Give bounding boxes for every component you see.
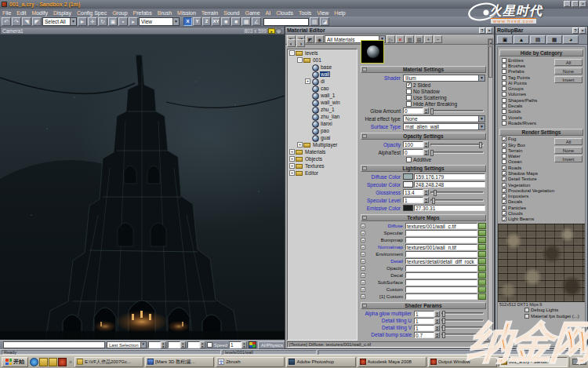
tree-item[interactable]: lianxi (288, 120, 357, 127)
spinner-icon[interactable]: ▴▾ (423, 141, 429, 148)
menu-item[interactable]: Edit (16, 10, 26, 16)
menu-item[interactable]: Game (245, 10, 260, 16)
taskbar-button[interactable]: Output Window (428, 357, 497, 367)
tree-expander[interactable]: - (289, 50, 295, 56)
color-swatch[interactable] (403, 205, 413, 211)
collapse-icon[interactable] (362, 134, 367, 138)
axis-constraint-button[interactable]: Y (193, 17, 201, 26)
menu-item[interactable]: File (2, 10, 11, 16)
expand-icon[interactable]: + (361, 294, 365, 299)
category-action-button[interactable]: Invert (554, 76, 583, 83)
checkbox[interactable] (502, 121, 506, 126)
tree-item[interactable]: base (288, 64, 357, 71)
viewport-maximize-icon[interactable]: ◎ (275, 28, 282, 34)
tab-display[interactable]: ▦ (546, 35, 562, 44)
taskbar-button[interactable]: Autodesk Maya 2008 (358, 357, 426, 367)
tree-item[interactable]: guai (288, 134, 357, 141)
ruler-icon[interactable]: ∠ (252, 17, 261, 26)
tree-item[interactable]: + Editor (288, 169, 357, 177)
param-field[interactable]: 1 (414, 311, 434, 317)
browse-texture-button[interactable] (478, 293, 486, 300)
checkbox[interactable] (406, 82, 412, 88)
snapshot-icon[interactable]: ◪ (320, 17, 329, 26)
texture-path-field[interactable]: textures/001/wall_c.tif (405, 223, 477, 229)
menu-item[interactable]: Clouds (276, 10, 293, 16)
spinner-icon[interactable]: ▴▾ (434, 332, 440, 338)
browse-texture-button[interactable] (478, 272, 486, 279)
close-button[interactable]: × (579, 1, 586, 7)
param-field[interactable]: 1 (414, 318, 434, 324)
param-slider[interactable] (441, 326, 484, 329)
rollup-titlebar[interactable]: RollupBar ? × (495, 27, 587, 35)
checkbox[interactable] (502, 183, 506, 188)
fetch-icon[interactable]: ◥ (22, 17, 31, 26)
tree-expander[interactable]: + (297, 142, 303, 148)
tab-objects[interactable]: ▣ (497, 35, 513, 44)
checkbox[interactable] (502, 217, 506, 221)
collapse-icon[interactable] (362, 216, 367, 220)
menu-item[interactable]: Sound (223, 10, 239, 16)
taskbar-button[interactable]: Adobe Photoshop (286, 357, 355, 367)
spinner-icon[interactable]: ▴▾ (423, 189, 429, 195)
texture-preview-image[interactable] (498, 224, 585, 302)
tree-item[interactable]: pao (288, 127, 357, 134)
slider-knob[interactable] (430, 108, 434, 115)
menu-item[interactable]: Prefabs (133, 10, 152, 16)
speed-checkbox[interactable] (207, 342, 212, 348)
checkbox[interactable] (502, 206, 506, 210)
start-button[interactable]: 开始 (2, 357, 28, 367)
param-field[interactable]: 100 (403, 141, 423, 148)
browse-texture-button[interactable] (478, 244, 486, 250)
ai-physics-button[interactable]: AI/Physics (258, 341, 286, 349)
param-slider[interactable] (430, 144, 484, 146)
menu-item[interactable]: View (317, 10, 328, 16)
checkbox[interactable] (502, 177, 506, 181)
tree-item[interactable]: + Objects (288, 155, 357, 162)
taskbar-button[interactable]: 001_a.cry - Sandb... (499, 357, 568, 367)
lighting-settings-header[interactable]: Lighting Settings (361, 165, 486, 172)
collapse-icon[interactable] (362, 67, 367, 71)
layers-icon[interactable]: ▨ (310, 17, 319, 26)
follow-terrain-icon[interactable]: ▸ (129, 17, 138, 26)
close-icon[interactable]: × (486, 27, 492, 34)
checkbox[interactable] (524, 308, 529, 312)
chevron-down-icon[interactable]: ▼ (70, 18, 76, 25)
browse-texture-button[interactable] (478, 258, 486, 264)
menu-item[interactable]: Help (334, 10, 345, 16)
viewport-3d[interactable] (0, 35, 285, 340)
param-field[interactable]: 0.7 (414, 332, 434, 338)
collapse-icon[interactable] (362, 304, 367, 308)
tray-icon[interactable] (572, 359, 579, 365)
spinner-icon[interactable]: ▴▾ (434, 311, 440, 317)
shader-params-header[interactable]: Shader Params (361, 302, 486, 309)
browse-texture-button[interactable] (478, 265, 486, 271)
slider-knob[interactable] (430, 150, 434, 156)
coord-z-spinner[interactable]: ▴▾ (187, 341, 205, 348)
slider-knob[interactable] (434, 190, 437, 196)
material-settings-header[interactable]: Material Settings (361, 66, 486, 73)
collapse-icon[interactable] (362, 166, 367, 170)
speed-value[interactable]: 1 (229, 341, 241, 348)
param-field[interactable]: 159,176,179 (414, 173, 485, 180)
chevron-down-icon[interactable]: ▼ (478, 116, 485, 122)
expand-icon[interactable]: + (361, 238, 365, 242)
material-editor-titlebar[interactable]: Material Editor ? × (285, 27, 494, 35)
checkbox[interactable] (502, 109, 506, 114)
select-tool-icon[interactable]: ► (78, 17, 87, 26)
checkbox[interactable] (502, 166, 506, 170)
browse-texture-button[interactable] (478, 237, 486, 243)
axis-constraint-button[interactable]: Z (202, 17, 211, 26)
checkbox[interactable] (406, 101, 412, 107)
coord-x-spinner[interactable]: ▴▾ (148, 341, 166, 348)
move-tool-icon[interactable]: ✛ (88, 17, 97, 26)
render-action-button[interactable]: Invert (554, 155, 583, 162)
coord-y-spinner[interactable]: ▴▾ (168, 341, 186, 348)
color-swatch[interactable] (403, 181, 413, 188)
last-selection-combo[interactable]: Last Selection▼ (107, 341, 147, 348)
checkbox[interactable] (406, 95, 412, 100)
spinner-icon[interactable]: ▴▾ (434, 318, 440, 324)
checkbox[interactable] (502, 199, 506, 204)
param-field[interactable]: 1 (403, 197, 423, 203)
browse-texture-button[interactable] (478, 230, 486, 236)
browse-texture-button[interactable] (478, 286, 486, 293)
